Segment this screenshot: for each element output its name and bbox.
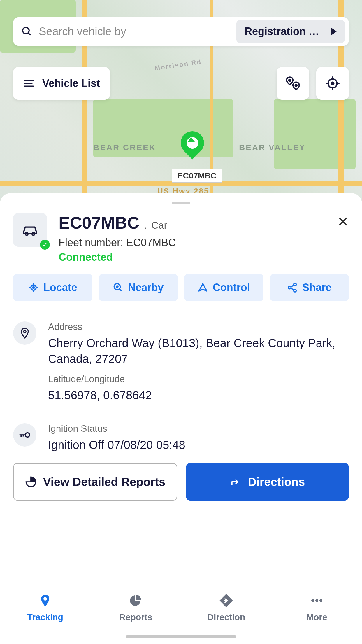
more-dots-icon [309, 592, 325, 609]
nearby-label: Nearby [128, 281, 164, 294]
nav-tracking-label: Tracking [27, 612, 63, 622]
map-label-bear-creek: BEAR CREEK [93, 143, 156, 152]
vehicle-detail-sheet: EC07MBC . Car Fleet number: EC07MBC Conn… [0, 193, 362, 644]
registration-dropdown-label: Registration … [245, 25, 319, 38]
svg-point-26 [294, 289, 296, 292]
car-icon [22, 222, 38, 238]
locate-me-button[interactable] [316, 67, 349, 100]
view-reports-button[interactable]: View Detailed Reports [13, 463, 177, 501]
nav-reports-label: Reports [119, 612, 152, 622]
locate-label: Locate [43, 281, 77, 294]
locate-button[interactable]: Locate [13, 274, 92, 301]
svg-point-36 [311, 599, 314, 602]
directions-arrow-icon [230, 476, 242, 488]
sheet-drag-handle[interactable] [172, 202, 190, 204]
tracking-pin-icon [37, 592, 53, 609]
control-label: Control [213, 281, 250, 294]
map-pin-label[interactable]: EC07MBC [172, 169, 222, 183]
vehicle-icon [13, 213, 47, 247]
search-icon [21, 26, 32, 37]
address-label: Address [48, 321, 349, 332]
nav-reports[interactable]: Reports [91, 592, 181, 622]
svg-point-16 [33, 287, 34, 288]
svg-point-29 [24, 330, 26, 333]
svg-point-38 [319, 599, 322, 602]
vehicle-type: Car [151, 220, 167, 231]
reports-pie-icon [128, 592, 144, 609]
svg-line-22 [120, 289, 122, 291]
nav-direction-label: Direction [207, 612, 245, 622]
vehicle-list-label: Vehicle List [42, 77, 100, 90]
registration-dropdown[interactable]: Registration … [236, 20, 345, 43]
nav-more-label: More [306, 612, 327, 622]
crosshair-icon [325, 76, 340, 91]
address-value: Cherry Orchard Way (B1013), Bear Creek C… [48, 335, 349, 367]
ignition-value: Ignition Off 07/08/20 05:48 [48, 437, 349, 453]
control-button[interactable]: Control [184, 274, 263, 301]
directions-label: Directions [248, 475, 305, 489]
play-triangle-icon [331, 27, 337, 36]
multi-pin-icon [285, 76, 301, 91]
ignition-icon [13, 423, 36, 447]
home-indicator [126, 635, 236, 638]
control-icon [198, 282, 208, 293]
svg-point-5 [289, 79, 291, 81]
status-check-badge-icon [40, 240, 50, 250]
svg-line-1 [28, 33, 31, 35]
vehicle-registration: EC07MBC [59, 213, 139, 232]
svg-point-6 [295, 84, 297, 86]
directions-button[interactable]: Directions [186, 463, 349, 501]
svg-point-0 [23, 27, 29, 34]
ignition-row: Ignition Status Ignition Off 07/08/20 05… [13, 423, 349, 453]
svg-point-34 [43, 597, 47, 601]
close-button[interactable]: ✕ [337, 214, 349, 230]
svg-point-25 [289, 286, 291, 289]
svg-line-27 [291, 285, 294, 287]
svg-point-23 [116, 286, 118, 288]
map-label-bear-valley: BEAR VALLEY [239, 143, 306, 152]
list-icon [23, 78, 35, 89]
share-button[interactable]: Share [270, 274, 349, 301]
locate-icon [28, 282, 39, 293]
svg-point-24 [294, 283, 296, 286]
latlng-label: Latitude/Longitude [48, 374, 349, 384]
share-label: Share [302, 281, 331, 294]
nav-more[interactable]: More [272, 592, 362, 622]
ignition-label: Ignition Status [48, 423, 349, 434]
svg-point-30 [25, 433, 30, 437]
direction-diamond-icon [218, 592, 234, 609]
search-input[interactable] [39, 25, 236, 38]
view-reports-label: View Detailed Reports [43, 475, 165, 489]
latlng-value: 51.56978, 0.678642 [48, 387, 349, 403]
svg-line-28 [291, 288, 294, 290]
pie-chart-icon [25, 476, 37, 488]
nav-tracking[interactable]: Tracking [0, 592, 91, 622]
nearby-icon [113, 282, 123, 293]
vehicle-connection-status: Connected [59, 251, 349, 263]
vehicle-fleet-number: Fleet number: EC07MBC [59, 237, 349, 249]
share-icon [287, 282, 298, 293]
address-icon [13, 321, 36, 345]
search-bar[interactable]: Registration … [13, 18, 349, 46]
svg-point-8 [331, 82, 334, 85]
bottom-navigation: Tracking Reports Direction More [0, 583, 362, 644]
svg-point-37 [315, 599, 318, 602]
vehicle-list-button[interactable]: Vehicle List [13, 67, 110, 100]
address-row: Address Cherry Orchard Way (B1013), Bear… [13, 321, 349, 403]
nearby-button[interactable]: Nearby [99, 274, 178, 301]
nav-direction[interactable]: Direction [181, 592, 272, 622]
multi-pin-button[interactable] [277, 67, 309, 100]
